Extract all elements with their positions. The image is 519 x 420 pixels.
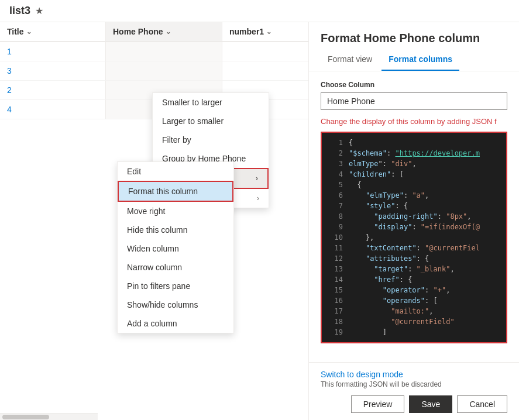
code-line: 13 "target": "_blank",: [326, 264, 501, 274]
title-link-2[interactable]: 2: [7, 85, 12, 95]
line-num: 15: [326, 285, 343, 295]
title-link-4[interactable]: 4: [7, 105, 12, 114]
line-num: 1: [326, 137, 343, 148]
submenu-item-widen-column[interactable]: Widen column: [118, 239, 233, 258]
submenu-item-add-column[interactable]: Add a column: [118, 314, 233, 333]
code-editor[interactable]: 1 { 2 "$schema": "https://developer.m 3 …: [321, 132, 507, 343]
tab-format-columns[interactable]: Format columns: [381, 50, 459, 71]
line-num: 12: [326, 253, 343, 264]
preview-button[interactable]: Preview: [351, 395, 405, 413]
code-text: "$schema": "https://developer.m: [349, 148, 480, 159]
code-text: "style": {: [349, 201, 408, 211]
title-link-1[interactable]: 1: [7, 47, 12, 56]
code-text: {: [349, 137, 353, 148]
line-num: 11: [326, 243, 343, 253]
code-text: "elmType": "a",: [349, 190, 429, 201]
submenu-label: Edit: [127, 167, 141, 176]
menu-item-filter-by[interactable]: Filter by: [153, 130, 269, 149]
code-line: 1 {: [326, 137, 501, 148]
line-num: 18: [326, 316, 343, 327]
cancel-button[interactable]: Cancel: [457, 395, 507, 413]
code-text: "operator": "+",: [349, 285, 450, 295]
number1-chevron-icon: ⌄: [266, 28, 271, 36]
app-container: list3 ★ Title ⌄ Home Phone ⌄ number1 ⌄: [0, 0, 519, 420]
line-num: 13: [326, 264, 343, 274]
top-bar: list3 ★: [0, 0, 519, 22]
line-num: 3: [326, 159, 343, 169]
submenu-label: Move right: [127, 206, 165, 216]
col-header-home-phone[interactable]: Home Phone ⌄: [105, 22, 222, 41]
table-header: Title ⌄ Home Phone ⌄ number1 ⌄: [0, 22, 308, 42]
panel-bottom: Switch to design mode This formatting JS…: [309, 362, 519, 420]
title-link-3[interactable]: 3: [7, 66, 12, 75]
switch-design-hint: This formatting JSON will be discarded: [321, 380, 507, 388]
code-text: ]: [349, 327, 387, 338]
save-button[interactable]: Save: [409, 395, 452, 413]
cell-title-1: 1: [0, 42, 105, 61]
code-line: 10 },: [326, 232, 501, 243]
submenu-item-show-hide-columns[interactable]: Show/hide columns: [118, 295, 233, 314]
menu-item-smaller-to-larger[interactable]: Smaller to larger: [153, 93, 269, 112]
code-text: "href": {: [349, 274, 412, 285]
code-text: elmType": "div",: [349, 159, 417, 169]
code-line: 12 "attributes": {: [326, 253, 501, 264]
line-num: 7: [326, 201, 343, 211]
code-line: 4 "children": [: [326, 169, 501, 180]
star-icon[interactable]: ★: [35, 5, 43, 16]
line-num: 6: [326, 190, 343, 201]
code-line: 9 "display": "=if(indexOf(@: [326, 222, 501, 232]
code-text: "attributes": {: [349, 253, 429, 264]
submenu-item-pin-filters[interactable]: Pin to filters pane: [118, 277, 233, 295]
panel-hint: Change the display of this column by add…: [321, 117, 507, 126]
submenu-item-format-column[interactable]: Format this column: [118, 181, 233, 202]
col-header-number1[interactable]: number1 ⌄: [222, 22, 304, 41]
menu-item-larger-to-smaller[interactable]: Larger to smaller: [153, 112, 269, 130]
tab-format-view[interactable]: Format view: [321, 50, 379, 71]
col-header-title[interactable]: Title ⌄: [0, 22, 105, 41]
submenu-item-narrow-column[interactable]: Narrow column: [118, 258, 233, 277]
switch-design-mode[interactable]: Switch to design mode: [321, 370, 507, 379]
code-text: "@currentField": [349, 316, 455, 327]
home-phone-chevron-icon: ⌄: [166, 28, 171, 36]
cell-title-4: 4: [0, 100, 105, 119]
submenu-label: Widen column: [127, 244, 179, 253]
cell-home-phone-3: [105, 61, 222, 80]
table-row: 3: [0, 61, 308, 81]
code-text: "display": "=if(indexOf(@: [349, 222, 480, 232]
line-num: 5: [326, 180, 343, 190]
submenu-item-hide-column[interactable]: Hide this column: [118, 221, 233, 239]
code-line: 8 "padding-right": "8px",: [326, 211, 501, 222]
line-num: 17: [326, 306, 343, 316]
code-line: 14 "href": {: [326, 274, 501, 285]
panel-tabs: Format view Format columns: [309, 50, 519, 71]
choose-column-input[interactable]: [321, 92, 507, 110]
submenu-label: Format this column: [128, 187, 198, 196]
line-num: 9: [326, 222, 343, 232]
list-area: Title ⌄ Home Phone ⌄ number1 ⌄ 1 3: [0, 22, 308, 420]
submenu-item-move-right[interactable]: Move right: [118, 202, 233, 221]
submenu-label: Narrow column: [127, 263, 182, 272]
chevron-right-icon: ›: [257, 194, 259, 202]
col-number1-label: number1: [229, 27, 264, 36]
line-num: 10: [326, 232, 343, 243]
code-line: 2 "$schema": "https://developer.m: [326, 148, 501, 159]
menu-label: Larger to smaller: [162, 116, 224, 126]
tab-format-columns-label: Format columns: [389, 54, 452, 64]
code-line: 17 "mailto:",: [326, 306, 501, 316]
code-text: "target": "_blank",: [349, 264, 455, 274]
table-row: 1: [0, 42, 308, 61]
submenu: Edit Format this column Move right Hide …: [117, 161, 234, 333]
choose-column-label: Choose Column: [321, 81, 507, 89]
cell-number1-3: [222, 61, 304, 80]
code-text: "mailto:",: [349, 306, 434, 316]
code-line: 18 "@currentField": [326, 316, 501, 327]
code-line: 7 "style": {: [326, 201, 501, 211]
code-line: 15 "operator": "+",: [326, 285, 501, 295]
cell-title-2: 2: [0, 81, 105, 99]
line-num: 8: [326, 211, 343, 222]
main-layout: Title ⌄ Home Phone ⌄ number1 ⌄ 1 3: [0, 22, 519, 420]
submenu-item-edit[interactable]: Edit: [118, 162, 233, 181]
scrollbar-thumb[interactable]: [2, 415, 49, 419]
code-text: "padding-right": "8px",: [349, 211, 472, 222]
cell-number1-1: [222, 42, 304, 61]
